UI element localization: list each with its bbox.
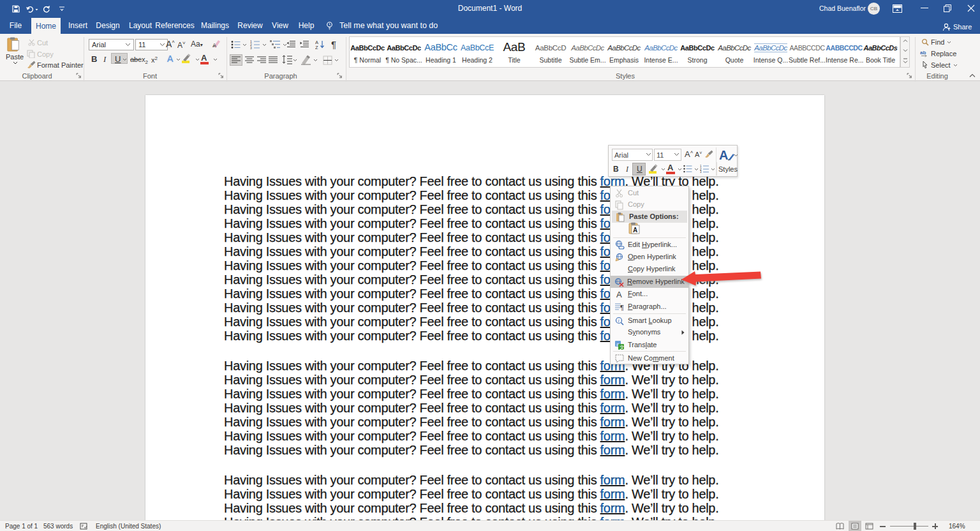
svg-text:3: 3 xyxy=(700,170,702,173)
svg-text:文: 文 xyxy=(620,345,625,350)
svg-text:3: 3 xyxy=(250,46,252,49)
svg-text:i: i xyxy=(618,318,620,324)
svg-text:A: A xyxy=(212,42,216,49)
svg-text:Z: Z xyxy=(315,45,318,49)
svg-text:¶: ¶ xyxy=(620,304,624,311)
svg-text:A: A xyxy=(633,227,637,234)
svg-text:A: A xyxy=(616,290,622,299)
